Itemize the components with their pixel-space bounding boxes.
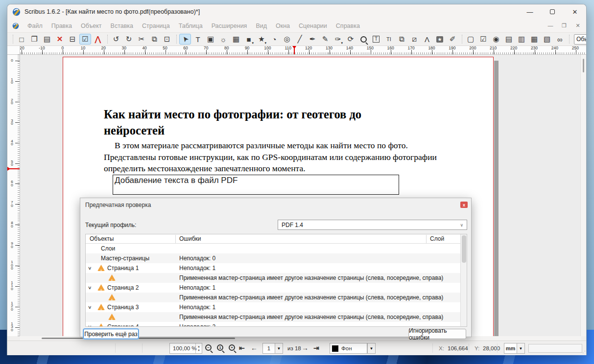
insert-arc-icon[interactable]: ◔ [268,34,280,45]
export-pdf-icon[interactable]: ⋀ [92,34,104,45]
insert-spiral-icon[interactable]: ◎ [281,34,293,45]
zoom-out-button[interactable]: − [205,344,212,351]
insert-polygon-icon[interactable]: ★▾ [256,34,267,45]
current-page-input[interactable]: 1 [262,343,275,354]
menu-item-help[interactable]: Справка [332,21,364,31]
close-document-icon[interactable]: ✕ [54,34,66,45]
table-row[interactable]: Слои [86,244,461,253]
insert-text-frame-icon[interactable]: T [192,34,204,45]
cut-icon[interactable]: ✂ [136,34,147,45]
issues-table[interactable]: Объекты Ошибки Слой СлоиМастер-страницыН… [85,234,467,327]
expander-icon[interactable]: ∨ [88,283,92,293]
insert-table-icon[interactable]: ▦ [230,34,242,45]
menu-item-view[interactable]: Вид [251,21,271,31]
menu-item-insert[interactable]: Вставка [106,21,138,31]
insert-line-icon[interactable]: ╱ [294,34,306,45]
print-icon[interactable]: ⊟ [67,34,78,45]
zoom-tool-icon[interactable] [357,34,369,45]
pdf-push-button-icon[interactable]: ▢ [465,34,476,45]
menu-item-extras[interactable]: Расширения [207,21,252,31]
pdf-text-annotation-icon[interactable]: ▧ [541,34,553,45]
story-editor-icon[interactable]: TI [383,34,395,45]
redo-icon[interactable]: ↻ [123,34,135,45]
page-dropdown-button[interactable]: ▼ [275,343,283,354]
new-document-icon[interactable]: □ [16,34,27,45]
pdf-list-box-icon[interactable]: ▦ [528,34,540,45]
dialog-title-bar[interactable]: Предпечатная проверка x [80,198,471,211]
menu-item-file[interactable]: Файл [23,21,47,31]
menu-item-page[interactable]: Страница [138,21,174,31]
select-item-icon[interactable]: ➤ [179,34,191,45]
vertical-scrollbar-thumb[interactable] [583,59,584,72]
insert-freehand-icon[interactable]: ✎ [319,34,331,45]
menu-item-item[interactable]: Объект [76,21,106,31]
horizontal-ruler[interactable]: -20-100102030405060708090100110120130140… [20,46,587,55]
insert-image-frame-icon[interactable]: ▣ [205,34,216,45]
menu-item-scripts[interactable]: Сценарии [294,21,332,31]
table-row[interactable]: !Примененная мастер-страница имеет друго… [86,312,461,322]
expander-icon[interactable]: ∨ [88,263,92,273]
preflight-verifier-icon[interactable]: ☑ [79,34,91,45]
zoom-spin-buttons[interactable]: ▲ ▼ [195,343,202,353]
ignore-errors-button[interactable]: Игнорировать ошибки [408,329,466,339]
table-row[interactable]: ∨!Страница 2Неполадок: 1 [86,283,461,293]
next-page-button[interactable]: → [302,344,309,352]
recheck-button[interactable]: Проверить ещё раз [83,329,139,339]
maximize-button[interactable] [541,4,564,19]
profile-select[interactable]: PDF 1.4 ∨ [278,220,467,230]
previous-page-button[interactable]: ← [251,344,258,352]
insert-bezier-icon[interactable]: ✒ [307,34,318,45]
preview-quality-select[interactable]: Обычное∨ [574,34,587,45]
copy-icon[interactable]: ⧉ [148,34,160,45]
vertical-scrollbar[interactable] [580,55,586,336]
last-page-button[interactable]: ⇥ [313,344,319,352]
link-text-frames-icon[interactable]: ⧉ [396,34,407,45]
insert-render-frame-icon[interactable]: ☼ [217,34,229,45]
menu-item-edit[interactable]: Правка [47,21,76,31]
zoom-in-button[interactable]: + [229,344,235,351]
mdi-minimize-button[interactable]: — [545,21,556,30]
mdi-close-button[interactable]: ✕ [572,21,583,30]
pdf-combo-box-icon[interactable]: ▥ [516,34,527,45]
document-heading[interactable]: Как найти место по фотографии: от геотег… [104,106,398,138]
table-row[interactable]: ∨!Страница 4Неполадок: 2 [86,322,461,327]
unlink-text-frames-icon[interactable]: ⧄ [408,34,420,45]
unit-dropdown-button[interactable]: ▼ [517,343,525,354]
table-row[interactable]: ∨!Страница 1Неполадок: 1 [86,263,461,273]
dialog-close-button[interactable]: x [460,202,468,208]
table-row[interactable]: !Примененная мастер-страница имеет друго… [86,273,461,283]
pdf-checkbox-icon[interactable]: ☑ [477,34,489,45]
eye-dropper-icon[interactable]: ✐ [447,34,458,45]
paste-icon[interactable]: ⊡ [161,34,173,45]
expander-icon[interactable]: ∨ [88,302,92,312]
pdf-text-field-icon[interactable]: ▤ [503,34,515,45]
table-scrollbar-thumb[interactable] [462,235,466,263]
resize-grip[interactable]: ⋰ [582,348,587,354]
vertical-ruler[interactable]: 0102030405060708090100110120130 [7,55,20,336]
menu-item-windows[interactable]: Окна [271,21,294,31]
zoom-level-spinbox[interactable]: 100,00 % ▲ ▼ [169,343,202,354]
ruler-origin-box[interactable] [7,46,20,55]
expander-icon[interactable]: ∨ [88,322,92,327]
minimize-button[interactable]: — [519,4,541,19]
spin-up-icon[interactable]: ▲ [197,345,200,348]
open-document-icon[interactable]: ❐ [28,34,40,45]
mdi-restore-button[interactable]: ❐ [559,21,570,30]
table-row[interactable]: Мастер-страницыНеполадок: 0 [86,253,461,263]
copy-item-properties-icon[interactable]: ★ [434,34,446,45]
measurements-icon[interactable]: Λ [421,34,433,45]
spin-down-icon[interactable]: ▼ [197,349,200,352]
selected-text-frame[interactable]: Добавление текста в файл PDF [113,175,399,195]
save-document-icon[interactable]: ▤ [41,34,53,45]
rotate-item-icon[interactable]: ⟳ [345,34,356,45]
table-row[interactable]: ∨!Страница 3Неполадок: 1 [86,302,461,312]
menu-item-table[interactable]: Таблица [174,21,207,31]
close-button[interactable]: ✕ [564,4,586,19]
edit-contents-icon[interactable]: T [370,34,382,45]
pdf-link-annotation-icon[interactable]: ∞ [554,34,566,45]
zoom-reset-button[interactable]: 1 [217,344,223,351]
pdf-radio-button-icon[interactable]: ◉ [490,34,502,45]
table-scrollbar[interactable] [460,234,467,326]
title-bar[interactable]: Scribus 1.6.2 - [Как найти место по фото… [7,4,586,19]
first-page-button[interactable]: ⇤ [239,344,245,352]
